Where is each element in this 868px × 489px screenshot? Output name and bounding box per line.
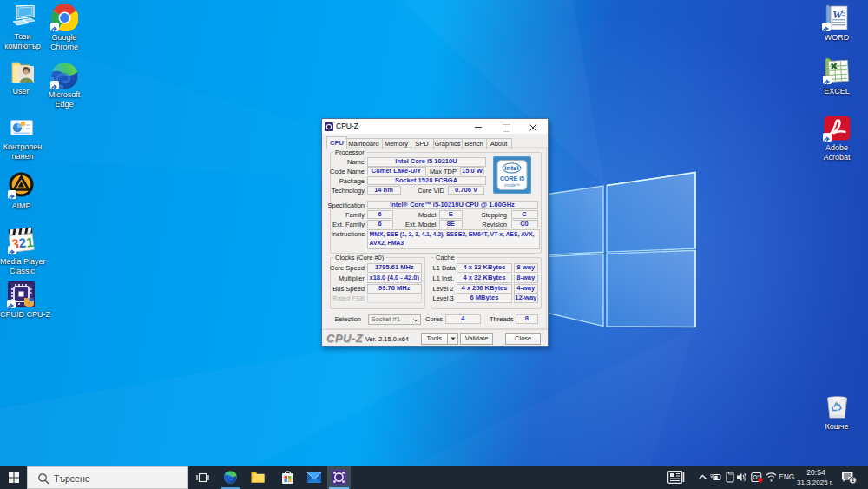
svg-text:9: 9: [710, 473, 713, 479]
svg-text:CORE i5: CORE i5: [500, 175, 524, 182]
svg-text:1: 1: [25, 235, 34, 250]
svg-text:intel: intel: [504, 164, 518, 172]
svg-text:1: 1: [852, 477, 855, 483]
svg-text:inside™: inside™: [504, 182, 520, 188]
